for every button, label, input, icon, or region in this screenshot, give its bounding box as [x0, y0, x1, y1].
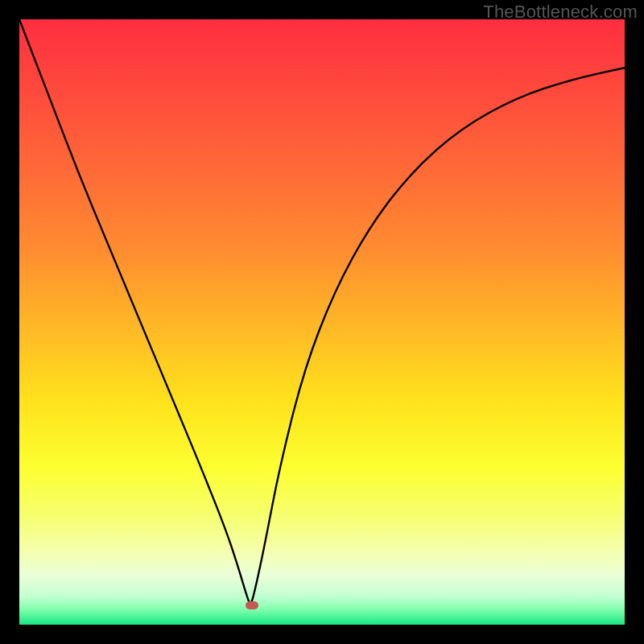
plot-area: [19, 19, 625, 625]
optimum-marker: [246, 601, 258, 609]
bottleneck-curve: [19, 19, 625, 625]
